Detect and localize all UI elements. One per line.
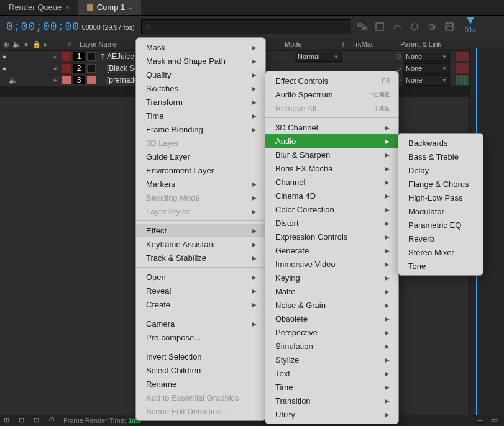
menu-time[interactable]: Time▶ (136, 109, 265, 122)
toggle-switches-icon[interactable]: ⊞ (4, 416, 12, 425)
zoom-slider-icon[interactable]: —○— (477, 416, 485, 425)
playhead-icon[interactable] (467, 17, 474, 24)
menu-mask-shape-path[interactable]: Mask and Shape Path▶ (136, 54, 265, 68)
menu-transform[interactable]: Transform▶ (136, 95, 265, 109)
menu-flange-chorus[interactable]: Flange & Chorus (398, 177, 483, 191)
menu-reveal[interactable]: Reveal▶ (136, 284, 265, 297)
menu-perspective[interactable]: Perspective▶ (265, 325, 398, 339)
menu-rename[interactable]: Rename (136, 377, 265, 391)
motion-blur-icon[interactable] (427, 22, 437, 32)
solo-column-icon[interactable]: ● (22, 40, 30, 48)
menu-invert-selection[interactable]: Invert Selection (136, 350, 265, 363)
chevron-right-icon: ▶ (252, 58, 257, 65)
tab-render-queue[interactable]: Render Queue × (0, 0, 78, 15)
video-column-icon[interactable]: ◉ (2, 40, 10, 48)
twirl-icon[interactable]: ▸ (51, 77, 60, 83)
pickwhip-icon[interactable]: ☉ (394, 53, 403, 61)
menu-mask[interactable]: Mask▶ (136, 40, 265, 54)
visibility-toggle[interactable]: ● (0, 65, 9, 72)
menu-matte[interactable]: Matte▶ (265, 284, 398, 298)
menu-keyframe-assistant[interactable]: Keyframe Assistant▶ (136, 237, 265, 251)
tab-comp1[interactable]: Comp 1 ≡ (78, 0, 141, 15)
frame-blend-icon[interactable] (410, 22, 419, 32)
twirl-icon[interactable]: ▸ (51, 65, 60, 71)
graph-editor-icon[interactable] (444, 22, 454, 32)
menu-transition[interactable]: Transition▶ (265, 394, 398, 407)
comp-flowchart-icon[interactable] (357, 22, 367, 32)
menu-text[interactable]: Text▶ (265, 366, 398, 380)
ruler-tick: :00s (463, 27, 475, 34)
menu-boris-fx-mocha[interactable]: Boris FX Mocha▶ (265, 161, 398, 175)
audio-toggle[interactable]: 🔈 (9, 76, 17, 84)
menu-stereo-mixer[interactable]: Stereo Mixer (398, 245, 483, 259)
trkmat-column[interactable]: TrkMat (348, 40, 396, 48)
menu-stylize[interactable]: Stylize▶ (265, 353, 398, 366)
label-column-icon[interactable]: ▸ (42, 40, 50, 48)
menu-quality[interactable]: Quality▶ (136, 68, 265, 81)
menu-pre-compose[interactable]: Pre-compose... (136, 330, 265, 344)
menu-effect-controls[interactable]: Effect ControlsF3 (265, 74, 398, 88)
menu-generate[interactable]: Generate▶ (265, 243, 398, 257)
menu-color-correction[interactable]: Color Correction▶ (265, 202, 398, 216)
twirl-icon[interactable]: ▸ (51, 53, 60, 60)
layer-name-column[interactable]: Layer Name (76, 40, 139, 48)
menu-switches[interactable]: Switches▶ (136, 81, 265, 95)
menu-camera[interactable]: Camera▶ (136, 317, 265, 330)
menu-channel[interactable]: Channel▶ (265, 175, 398, 189)
menu-blur-sharpen[interactable]: Blur & Sharpen▶ (265, 148, 398, 161)
menu-utility[interactable]: Utility▶ (265, 407, 398, 421)
menu-immersive-video[interactable]: Immersive Video▶ (265, 257, 398, 271)
lock-column-icon[interactable]: 🔒 (32, 40, 40, 48)
parent-link-column[interactable]: Parent & Link (396, 40, 469, 48)
menu-audio[interactable]: Audio▶ (265, 134, 398, 148)
menu-bass-treble[interactable]: Bass & Treble (398, 150, 483, 163)
menu-expression-controls[interactable]: Expression Controls▶ (265, 230, 398, 243)
parent-dropdown[interactable]: None▼ (403, 52, 450, 62)
menu-markers[interactable]: Markers▶ (136, 177, 265, 191)
parent-dropdown[interactable]: None▼ (403, 63, 450, 74)
menu-cinema-4d[interactable]: Cinema 4D▶ (265, 189, 398, 202)
menu-track-stabilize[interactable]: Track & Stabilize▶ (136, 251, 265, 265)
menu-noise-grain[interactable]: Noise & Grain▶ (265, 298, 398, 312)
close-icon[interactable]: × (65, 0, 69, 15)
menu-environment-layer[interactable]: Environment Layer (136, 163, 265, 177)
menu-delay[interactable]: Delay (398, 163, 483, 177)
menu-tone[interactable]: Tone (398, 259, 483, 273)
label-swatch[interactable] (62, 64, 71, 73)
menu-audio-spectrum-last[interactable]: Audio Spectrum⌥⌘E (265, 88, 398, 101)
menu-keying[interactable]: Keying▶ (265, 271, 398, 284)
menu-modulator[interactable]: Modulator (398, 204, 483, 218)
toggle-modes-icon[interactable]: ⊟ (19, 416, 27, 425)
render-time-icon[interactable]: ⏱ (48, 416, 57, 425)
menu-obsolete[interactable]: Obsolete▶ (265, 312, 398, 325)
menu-open[interactable]: Open▶ (136, 270, 265, 284)
draft3d-icon[interactable] (375, 22, 385, 32)
audio-column-icon[interactable]: 🔈 (12, 40, 20, 48)
blend-mode-dropdown[interactable]: Normal▼ (295, 52, 342, 62)
menu-reverb[interactable]: Reverb (398, 232, 483, 245)
menu-time-effects[interactable]: Time▶ (265, 380, 398, 394)
current-time[interactable]: 0;00;00;00 00000 (29.97 fps) (6, 20, 135, 33)
layer-search-input[interactable]: ⌕ (141, 19, 351, 34)
menu-backwards[interactable]: Backwards (398, 136, 483, 150)
menu-simulation[interactable]: Simulation▶ (265, 339, 398, 353)
shy-icon[interactable] (392, 22, 402, 32)
visibility-toggle[interactable]: ● (0, 53, 9, 60)
menu-frame-blending[interactable]: Frame Blending▶ (136, 122, 265, 136)
menu-guide-layer[interactable]: Guide Layer (136, 150, 265, 163)
menu-select-children[interactable]: Select Children (136, 363, 265, 377)
panel-menu-icon[interactable]: ≡ (129, 0, 132, 15)
time-ruler[interactable]: :00s (460, 16, 498, 38)
comp-button-icon[interactable]: ▭ (492, 416, 500, 425)
toggle-in-out-icon[interactable]: ⊡ (34, 416, 42, 425)
menu-effect[interactable]: Effect▶ (136, 224, 265, 237)
mode-column[interactable]: Mode (281, 40, 338, 48)
menu-distort[interactable]: Distort▶ (265, 216, 398, 230)
menu-high-low-pass[interactable]: High-Low Pass (398, 191, 483, 204)
menu-parametric-eq[interactable]: Parametric EQ (398, 218, 483, 232)
parent-dropdown[interactable]: None▼ (403, 75, 450, 86)
label-swatch[interactable] (62, 76, 71, 84)
label-swatch[interactable] (62, 52, 71, 61)
menu-3d-channel[interactable]: 3D Channel▶ (265, 120, 398, 134)
menu-create[interactable]: Create▶ (136, 297, 265, 311)
